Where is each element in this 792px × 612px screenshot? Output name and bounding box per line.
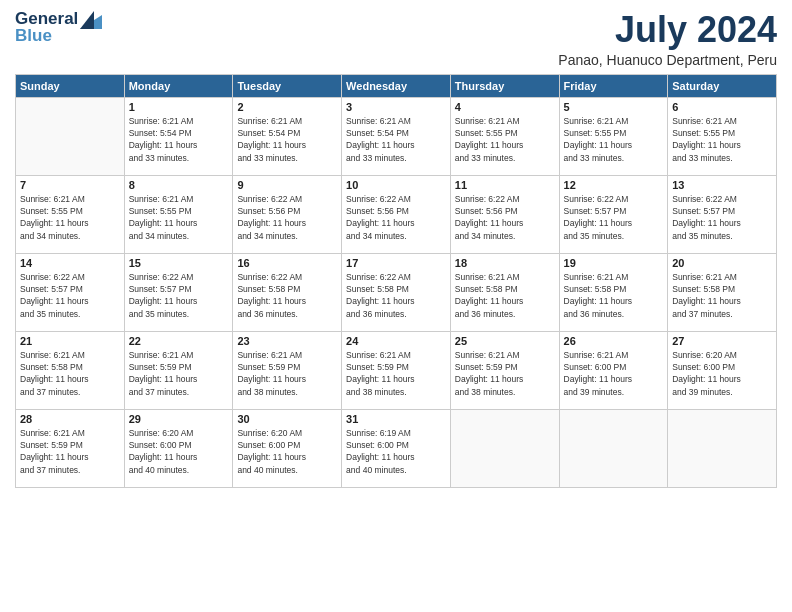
col-header-thursday: Thursday (450, 74, 559, 97)
calendar-cell: 12Sunrise: 6:22 AMSunset: 5:57 PMDayligh… (559, 175, 668, 253)
calendar-cell: 5Sunrise: 6:21 AMSunset: 5:55 PMDaylight… (559, 97, 668, 175)
day-number: 21 (20, 335, 120, 347)
calendar-cell: 31Sunrise: 6:19 AMSunset: 6:00 PMDayligh… (342, 409, 451, 487)
day-number: 22 (129, 335, 229, 347)
day-info: Sunrise: 6:22 AMSunset: 5:58 PMDaylight:… (237, 271, 337, 320)
calendar-cell: 15Sunrise: 6:22 AMSunset: 5:57 PMDayligh… (124, 253, 233, 331)
subtitle: Panao, Huanuco Department, Peru (558, 52, 777, 68)
day-number: 17 (346, 257, 446, 269)
day-number: 9 (237, 179, 337, 191)
calendar-cell: 14Sunrise: 6:22 AMSunset: 5:57 PMDayligh… (16, 253, 125, 331)
day-number: 3 (346, 101, 446, 113)
day-info: Sunrise: 6:22 AMSunset: 5:56 PMDaylight:… (455, 193, 555, 242)
calendar-cell: 9Sunrise: 6:22 AMSunset: 5:56 PMDaylight… (233, 175, 342, 253)
day-info: Sunrise: 6:22 AMSunset: 5:57 PMDaylight:… (129, 271, 229, 320)
day-info: Sunrise: 6:21 AMSunset: 5:58 PMDaylight:… (455, 271, 555, 320)
day-number: 4 (455, 101, 555, 113)
calendar-cell: 22Sunrise: 6:21 AMSunset: 5:59 PMDayligh… (124, 331, 233, 409)
day-number: 19 (564, 257, 664, 269)
day-info: Sunrise: 6:21 AMSunset: 5:59 PMDaylight:… (20, 427, 120, 476)
day-info: Sunrise: 6:21 AMSunset: 5:58 PMDaylight:… (564, 271, 664, 320)
calendar-cell: 19Sunrise: 6:21 AMSunset: 5:58 PMDayligh… (559, 253, 668, 331)
day-info: Sunrise: 6:22 AMSunset: 5:57 PMDaylight:… (564, 193, 664, 242)
day-info: Sunrise: 6:22 AMSunset: 5:57 PMDaylight:… (20, 271, 120, 320)
day-number: 13 (672, 179, 772, 191)
calendar-cell: 8Sunrise: 6:21 AMSunset: 5:55 PMDaylight… (124, 175, 233, 253)
day-info: Sunrise: 6:22 AMSunset: 5:57 PMDaylight:… (672, 193, 772, 242)
calendar-cell: 1Sunrise: 6:21 AMSunset: 5:54 PMDaylight… (124, 97, 233, 175)
day-info: Sunrise: 6:21 AMSunset: 5:54 PMDaylight:… (346, 115, 446, 164)
calendar-cell (450, 409, 559, 487)
day-info: Sunrise: 6:21 AMSunset: 5:58 PMDaylight:… (20, 349, 120, 398)
day-number: 6 (672, 101, 772, 113)
day-number: 30 (237, 413, 337, 425)
header-row: SundayMondayTuesdayWednesdayThursdayFrid… (16, 74, 777, 97)
day-info: Sunrise: 6:20 AMSunset: 6:00 PMDaylight:… (129, 427, 229, 476)
day-number: 5 (564, 101, 664, 113)
col-header-sunday: Sunday (16, 74, 125, 97)
day-number: 14 (20, 257, 120, 269)
calendar-cell: 17Sunrise: 6:22 AMSunset: 5:58 PMDayligh… (342, 253, 451, 331)
day-info: Sunrise: 6:19 AMSunset: 6:00 PMDaylight:… (346, 427, 446, 476)
day-info: Sunrise: 6:22 AMSunset: 5:56 PMDaylight:… (346, 193, 446, 242)
calendar-cell: 24Sunrise: 6:21 AMSunset: 5:59 PMDayligh… (342, 331, 451, 409)
day-number: 2 (237, 101, 337, 113)
page: General Blue July 2024 Panao, Huanuco De… (0, 0, 792, 612)
calendar-cell: 2Sunrise: 6:21 AMSunset: 5:54 PMDaylight… (233, 97, 342, 175)
calendar-cell: 23Sunrise: 6:21 AMSunset: 5:59 PMDayligh… (233, 331, 342, 409)
day-number: 24 (346, 335, 446, 347)
calendar-cell: 21Sunrise: 6:21 AMSunset: 5:58 PMDayligh… (16, 331, 125, 409)
week-row-1: 1Sunrise: 6:21 AMSunset: 5:54 PMDaylight… (16, 97, 777, 175)
day-number: 20 (672, 257, 772, 269)
logo-general: General (15, 10, 78, 27)
day-info: Sunrise: 6:22 AMSunset: 5:56 PMDaylight:… (237, 193, 337, 242)
day-info: Sunrise: 6:20 AMSunset: 6:00 PMDaylight:… (237, 427, 337, 476)
calendar-cell: 27Sunrise: 6:20 AMSunset: 6:00 PMDayligh… (668, 331, 777, 409)
calendar-cell: 28Sunrise: 6:21 AMSunset: 5:59 PMDayligh… (16, 409, 125, 487)
day-number: 10 (346, 179, 446, 191)
calendar-cell: 4Sunrise: 6:21 AMSunset: 5:55 PMDaylight… (450, 97, 559, 175)
title-block: July 2024 Panao, Huanuco Department, Per… (558, 10, 777, 68)
day-info: Sunrise: 6:21 AMSunset: 5:59 PMDaylight:… (129, 349, 229, 398)
calendar-cell: 26Sunrise: 6:21 AMSunset: 6:00 PMDayligh… (559, 331, 668, 409)
day-info: Sunrise: 6:21 AMSunset: 5:55 PMDaylight:… (129, 193, 229, 242)
calendar-cell: 30Sunrise: 6:20 AMSunset: 6:00 PMDayligh… (233, 409, 342, 487)
logo: General Blue (15, 10, 102, 44)
day-info: Sunrise: 6:21 AMSunset: 5:55 PMDaylight:… (672, 115, 772, 164)
day-info: Sunrise: 6:21 AMSunset: 5:59 PMDaylight:… (237, 349, 337, 398)
col-header-monday: Monday (124, 74, 233, 97)
day-number: 23 (237, 335, 337, 347)
day-number: 28 (20, 413, 120, 425)
day-info: Sunrise: 6:21 AMSunset: 5:54 PMDaylight:… (237, 115, 337, 164)
calendar-cell (668, 409, 777, 487)
day-info: Sunrise: 6:20 AMSunset: 6:00 PMDaylight:… (672, 349, 772, 398)
calendar-cell: 18Sunrise: 6:21 AMSunset: 5:58 PMDayligh… (450, 253, 559, 331)
calendar-cell: 7Sunrise: 6:21 AMSunset: 5:55 PMDaylight… (16, 175, 125, 253)
col-header-saturday: Saturday (668, 74, 777, 97)
day-number: 26 (564, 335, 664, 347)
day-number: 16 (237, 257, 337, 269)
logo-icon (80, 11, 102, 29)
week-row-4: 21Sunrise: 6:21 AMSunset: 5:58 PMDayligh… (16, 331, 777, 409)
calendar-cell: 10Sunrise: 6:22 AMSunset: 5:56 PMDayligh… (342, 175, 451, 253)
calendar-cell: 11Sunrise: 6:22 AMSunset: 5:56 PMDayligh… (450, 175, 559, 253)
calendar-cell: 13Sunrise: 6:22 AMSunset: 5:57 PMDayligh… (668, 175, 777, 253)
calendar-cell: 20Sunrise: 6:21 AMSunset: 5:58 PMDayligh… (668, 253, 777, 331)
day-number: 31 (346, 413, 446, 425)
day-number: 25 (455, 335, 555, 347)
calendar-cell (559, 409, 668, 487)
day-info: Sunrise: 6:21 AMSunset: 5:55 PMDaylight:… (455, 115, 555, 164)
calendar-cell: 6Sunrise: 6:21 AMSunset: 5:55 PMDaylight… (668, 97, 777, 175)
day-number: 7 (20, 179, 120, 191)
calendar-table: SundayMondayTuesdayWednesdayThursdayFrid… (15, 74, 777, 488)
svg-marker-1 (80, 11, 94, 29)
calendar-cell: 3Sunrise: 6:21 AMSunset: 5:54 PMDaylight… (342, 97, 451, 175)
week-row-3: 14Sunrise: 6:22 AMSunset: 5:57 PMDayligh… (16, 253, 777, 331)
day-info: Sunrise: 6:21 AMSunset: 5:55 PMDaylight:… (20, 193, 120, 242)
day-number: 12 (564, 179, 664, 191)
col-header-tuesday: Tuesday (233, 74, 342, 97)
day-info: Sunrise: 6:21 AMSunset: 6:00 PMDaylight:… (564, 349, 664, 398)
day-number: 11 (455, 179, 555, 191)
calendar-cell (16, 97, 125, 175)
day-number: 27 (672, 335, 772, 347)
